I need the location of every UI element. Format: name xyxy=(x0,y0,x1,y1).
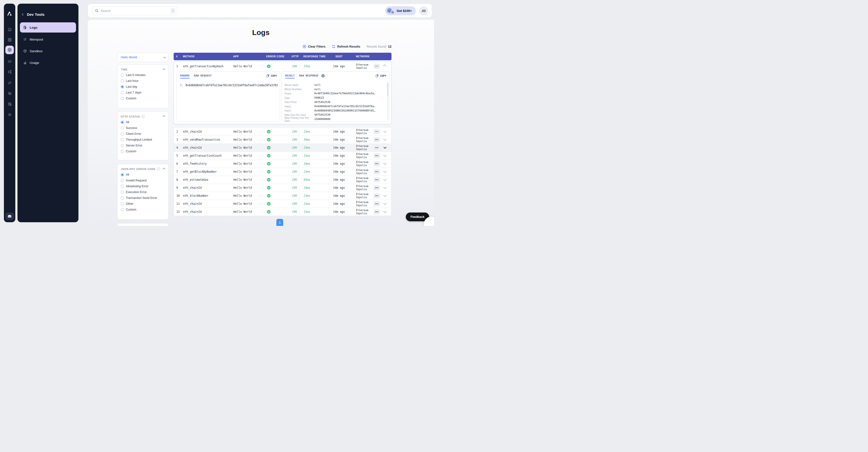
radio-option[interactable]: Last 5 minutes xyxy=(118,72,168,78)
collapse-chevron-icon[interactable] xyxy=(163,68,165,71)
pipeline-icon[interactable] xyxy=(7,70,12,74)
radio-option[interactable]: Transaction Send Error xyxy=(118,195,168,201)
expand-row-chevron-icon[interactable] xyxy=(383,186,386,189)
radio-option[interactable]: Custom xyxy=(118,207,168,213)
dev-tools-active-pill[interactable] xyxy=(5,46,14,54)
avatar[interactable]: JO xyxy=(419,6,428,15)
scrollbar[interactable] xyxy=(387,82,388,120)
tokens-icon[interactable] xyxy=(7,91,12,96)
row-actions-button[interactable] xyxy=(374,201,380,206)
table-row[interactable]: 9 eth_chainId Hello World 200 18ms 14m a… xyxy=(174,184,391,192)
table-row[interactable]: 7 eth_getBlockByNumber Hello World 200 2… xyxy=(174,168,391,176)
table-row[interactable]: 11 eth_chainId Hello World 200 22ms 14m … xyxy=(174,200,391,208)
app-select[interactable]: Hello World xyxy=(117,53,168,62)
radio-option[interactable]: Custom xyxy=(118,148,168,154)
copy-response-button[interactable]: COPY xyxy=(375,74,386,77)
sidebar-item-usage[interactable]: Usage xyxy=(20,59,76,66)
radio-option[interactable]: Other xyxy=(118,201,168,207)
table-row[interactable]: 12 eth_chainId Hello World 200 15ms 14m … xyxy=(174,208,391,216)
expand-row-chevron-icon[interactable] xyxy=(383,138,386,141)
row-actions-button[interactable] xyxy=(374,169,380,174)
result-fields: Block Hash: null Block Number: null From… xyxy=(285,83,385,121)
radio-option[interactable]: Last day xyxy=(118,84,168,90)
info-icon[interactable] xyxy=(157,167,160,171)
radio-option[interactable]: Allowlisting Error xyxy=(118,183,168,189)
row-actions-button[interactable] xyxy=(374,161,380,167)
expand-row-chevron-icon[interactable] xyxy=(383,210,386,213)
row-actions-button[interactable] xyxy=(374,209,380,214)
expand-row-chevron-icon[interactable] xyxy=(383,170,386,173)
radio-option[interactable]: Execution Error xyxy=(118,189,168,195)
discord-button[interactable] xyxy=(5,213,14,220)
table-row[interactable]: 10 eth_blockNumber Hello World 200 23ms … xyxy=(174,192,391,200)
radio-option[interactable]: Custom xyxy=(118,95,168,101)
table-row[interactable]: 1 eth_getTransactionByHash Hello World 2… xyxy=(174,62,391,71)
pagination-page-1[interactable]: 1 xyxy=(276,219,283,226)
row-sent: 14m ago xyxy=(327,162,345,165)
refresh-results-button[interactable]: Refresh Results xyxy=(332,45,360,48)
table-row[interactable]: 3 eth_sendRawTransaction Hello World 200… xyxy=(174,135,391,144)
sidebar-item-sandbox[interactable]: Sandbox xyxy=(20,47,76,55)
clear-filters-button[interactable]: Clear Filters xyxy=(303,45,326,48)
copy-request-button[interactable]: COPY xyxy=(266,74,277,77)
back-chevron-icon[interactable] xyxy=(22,13,25,16)
row-http-status: 200 xyxy=(292,210,297,213)
radio-option[interactable]: Last 7 days xyxy=(118,90,168,95)
tab-result[interactable]: RESULT xyxy=(285,74,295,79)
transfers-icon[interactable] xyxy=(7,81,12,85)
ellipsis-icon xyxy=(375,66,376,66)
row-actions-button[interactable] xyxy=(374,177,380,182)
expand-row-chevron-icon[interactable] xyxy=(383,161,386,165)
radio-option[interactable]: All xyxy=(118,172,168,178)
radio-option[interactable]: Invalid Request xyxy=(118,178,168,183)
settings-gear-icon[interactable] xyxy=(7,113,12,117)
table-row[interactable]: 4 eth_chainId Hello World 200 15ms 14m a… xyxy=(174,144,391,152)
row-actions-button[interactable] xyxy=(374,185,380,190)
collapse-chevron-icon[interactable] xyxy=(163,168,165,170)
expand-row-chevron-icon[interactable] xyxy=(383,178,386,181)
table-row[interactable]: 2 eth_chainId Hello World 200 25ms 14m a… xyxy=(174,127,391,135)
sidebar-item-mempool[interactable]: Mempool xyxy=(20,35,76,43)
tab-raw-request[interactable]: RAW REQUEST xyxy=(194,74,212,77)
reports-icon[interactable] xyxy=(7,102,12,107)
radio-option[interactable]: Success xyxy=(118,125,168,131)
row-actions-button[interactable] xyxy=(374,64,380,69)
code-icon[interactable] xyxy=(7,59,12,64)
response-panel: RESULT RAW RESPONSE COPY Block Hash: nul… xyxy=(281,71,389,122)
row-actions-button[interactable] xyxy=(374,145,380,150)
row-app: Hello World xyxy=(234,186,252,189)
tab-params[interactable]: PARAMS xyxy=(180,74,190,79)
alchemy-logo-icon[interactable] xyxy=(6,10,12,17)
result-field-value: null xyxy=(314,88,385,91)
radio-option[interactable]: Server Error xyxy=(118,143,168,148)
expand-row-chevron-icon[interactable] xyxy=(383,146,386,149)
row-actions-button[interactable] xyxy=(374,137,380,142)
tab-raw-response[interactable]: RAW RESPONSE xyxy=(299,74,318,77)
collapse-chevron-icon[interactable] xyxy=(163,115,165,118)
search-input[interactable] xyxy=(92,6,177,15)
row-actions-button[interactable] xyxy=(374,129,380,134)
row-number: 6 xyxy=(176,162,178,165)
radio-option[interactable]: Client Error xyxy=(118,131,168,137)
expand-row-chevron-icon[interactable] xyxy=(383,202,386,205)
collapse-row-chevron-icon[interactable] xyxy=(383,64,386,67)
row-network: EthereumSepolia xyxy=(356,185,368,191)
promo-button[interactable]: Get $100+ xyxy=(385,6,416,15)
expand-row-chevron-icon[interactable] xyxy=(383,153,386,157)
radio-option[interactable]: Last hour xyxy=(118,78,168,84)
expand-row-chevron-icon[interactable] xyxy=(383,193,386,197)
info-icon[interactable] xyxy=(321,74,325,78)
sidebar-item-logs[interactable]: Logs xyxy=(20,22,76,33)
row-response-time: 30ms xyxy=(304,138,310,141)
row-actions-button[interactable] xyxy=(374,193,380,199)
table-row[interactable]: 5 eth_getTransactionCount Hello World 20… xyxy=(174,152,391,159)
radio-option[interactable]: Throughput Limited xyxy=(118,137,168,143)
table-row[interactable]: 6 eth_feeHistory Hello World 200 28ms 14… xyxy=(174,159,391,168)
apps-grid-icon[interactable] xyxy=(7,38,12,42)
row-actions-button[interactable] xyxy=(374,153,380,158)
expand-row-chevron-icon[interactable] xyxy=(383,129,386,132)
info-icon[interactable] xyxy=(141,115,145,118)
table-row[interactable]: 8 eth_estimateGas Hello World 200 85ms 1… xyxy=(174,176,391,184)
radio-option[interactable]: All xyxy=(118,119,168,125)
home-icon[interactable] xyxy=(7,27,12,32)
